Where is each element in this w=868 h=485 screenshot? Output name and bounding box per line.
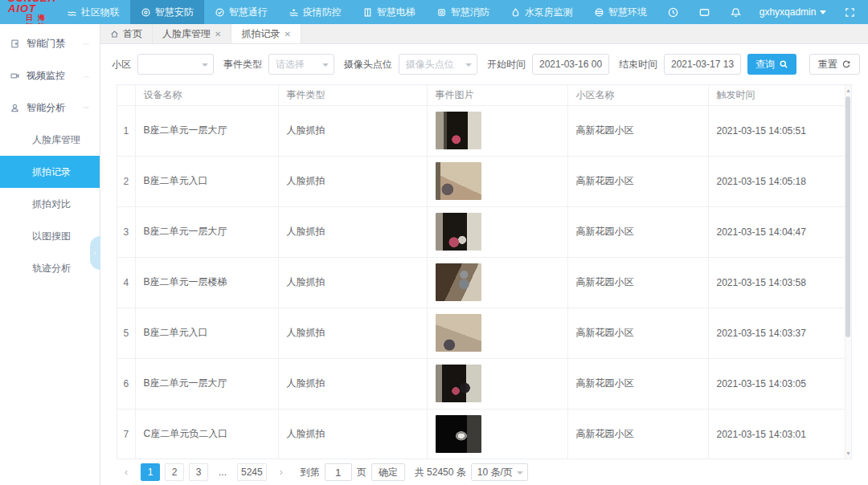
top-menu-item-environment[interactable]: 智慧环境: [583, 0, 657, 24]
top-menu-label: 智慧电梯: [377, 6, 416, 19]
event-snapshot-thumbnail[interactable]: [436, 365, 481, 402]
scrollbar-thumb[interactable]: [845, 96, 850, 337]
event-snapshot-thumbnail[interactable]: [436, 263, 481, 301]
search-button[interactable]: 查询: [747, 54, 796, 75]
table-row[interactable]: 2 B座二单元入口 人脸抓拍 高新花园小区 2021-03-15 14:05:1…: [117, 156, 851, 206]
device-name: B座二单元一层大厅: [135, 105, 278, 156]
next-page-button[interactable]: ›: [272, 463, 291, 481]
row-index: 1: [117, 105, 135, 156]
username: gxhyxqadmin: [760, 6, 817, 18]
sidebar-group-door-access[interactable]: 智能门禁 ︿: [0, 27, 100, 59]
page-size-select[interactable]: 10 条/页: [471, 463, 528, 481]
tab-capture-records[interactable]: 抓拍记录 ✕: [231, 24, 301, 43]
pagination-bar: ‹ 1 2 3 ... 5245 › 到第 页 确定 共 52450 条 10 …: [100, 459, 868, 485]
top-menu-item-pump[interactable]: 水泵房监测: [500, 0, 583, 24]
start-time-label: 开始时间: [487, 58, 526, 71]
fullscreen-icon[interactable]: [834, 6, 866, 18]
event-snapshot-thumbnail[interactable]: [436, 112, 481, 149]
table-row[interactable]: 6 B座二单元一层大厅 人脸抓拍 高新花园小区 2021-03-15 14:03…: [117, 358, 851, 409]
bell-icon[interactable]: [720, 6, 751, 18]
event-snapshot-thumbnail[interactable]: [436, 314, 481, 352]
event-type-placeholder: 请选择: [276, 58, 305, 71]
top-menu-item-fire[interactable]: 智慧消防: [426, 0, 500, 24]
page-button-2[interactable]: 2: [165, 463, 184, 481]
scroll-up-arrow[interactable]: ▲: [845, 88, 850, 93]
table-scrollbar[interactable]: ▲ ▼: [845, 85, 851, 459]
reset-button[interactable]: 重置: [809, 54, 860, 75]
message-icon[interactable]: [689, 6, 720, 18]
sidebar-group-video-surveillance[interactable]: 视频监控 ︿: [0, 59, 100, 92]
table-row[interactable]: 1 B座二单元一层大厅 人脸抓拍 高新花园小区 2021-03-15 14:05…: [117, 105, 851, 156]
top-menu-item-epidemic[interactable]: 疫情防控: [278, 0, 352, 24]
community-name: 高新花园小区: [567, 156, 708, 206]
jump-to-label: 到第: [301, 466, 320, 479]
sidebar-item-capture-compare[interactable]: 抓拍对比: [0, 188, 100, 220]
community-name: 高新花园小区: [567, 308, 708, 358]
device-name: B座二单元一层楼梯: [135, 257, 278, 308]
event-type: 人脸抓拍: [278, 105, 427, 156]
sidebar-collapse-handle[interactable]: ‹: [90, 236, 100, 270]
row-index: 2: [117, 156, 135, 206]
epidemic-icon: [289, 7, 299, 18]
row-index: 5: [117, 308, 135, 358]
event-type: 人脸抓拍: [278, 308, 427, 358]
page-button-3[interactable]: 3: [189, 463, 208, 481]
topbar: SUNSEA AIOT 日海智能 社区物联 智慧安防 智慧通行 疫情防控 智慧电…: [0, 0, 868, 24]
jump-page-input[interactable]: [325, 463, 352, 481]
top-menu-item-community[interactable]: 社区物联: [56, 0, 130, 24]
capture-records-panel: 小区 事件类型 请选择 摄像头点位 摄像头点位 开始时间 结束时间: [100, 44, 868, 485]
sidebar-item-trajectory-analysis[interactable]: 轨迹分析: [0, 252, 100, 284]
table-row[interactable]: 4 B座二单元一层楼梯 人脸抓拍 高新花园小区 2021-03-15 14:03…: [117, 257, 851, 308]
page-button-last[interactable]: 5245: [237, 463, 267, 481]
tab-label: 人脸库管理: [162, 27, 211, 41]
device-name: B座二单元入口: [135, 308, 278, 358]
top-menu-label: 疫情防控: [303, 6, 342, 19]
table-row[interactable]: 7 C座二单元负二入口 人脸抓拍 高新花园小区 2021-03-15 14:03…: [117, 409, 851, 459]
sidebar-item-face-library[interactable]: 人脸库管理: [0, 124, 100, 156]
col-header-type: 事件类型: [278, 85, 427, 105]
scroll-down-arrow[interactable]: ▼: [845, 450, 850, 456]
row-index: 7: [117, 409, 135, 459]
sidebar-submenu: 人脸库管理 抓拍记录 抓拍对比 以图搜图 轨迹分析: [0, 124, 100, 284]
history-icon[interactable]: [657, 6, 689, 18]
page-button-1[interactable]: 1: [141, 463, 160, 481]
table-row[interactable]: 3 B座二单元一层大厅 人脸抓拍 高新花园小区 2021-03-15 14:04…: [117, 206, 851, 257]
reset-icon: [841, 59, 851, 69]
sidebar-item-image-search[interactable]: 以图搜图: [0, 220, 100, 252]
door-lock-icon: [10, 39, 20, 49]
table-row[interactable]: 5 B座二单元入口 人脸抓拍 高新花园小区 2021-03-15 14:03:3…: [117, 308, 851, 358]
top-menu-item-access[interactable]: 智慧通行: [204, 0, 278, 24]
prev-page-button[interactable]: ‹: [117, 463, 136, 481]
sidebar-item-capture-records[interactable]: 抓拍记录: [0, 156, 100, 188]
camera-select[interactable]: 摄像头点位: [399, 54, 477, 75]
event-snapshot-thumbnail[interactable]: [436, 213, 481, 251]
community-name: 高新花园小区: [567, 257, 708, 308]
top-menu-label: 智慧消防: [451, 6, 489, 19]
search-icon: [779, 59, 788, 69]
end-time-label: 结束时间: [619, 58, 657, 71]
chevron-down-icon: [820, 10, 826, 14]
trigger-time: 2021-03-15 14:03:58: [708, 257, 851, 308]
user-menu[interactable]: gxhyxqadmin: [751, 6, 835, 18]
close-icon[interactable]: ✕: [215, 30, 221, 39]
jump-confirm-button[interactable]: 确定: [371, 463, 405, 481]
event-type: 人脸抓拍: [278, 156, 427, 206]
top-menu-item-elevator[interactable]: 智慧电梯: [352, 0, 426, 24]
tab-label: 首页: [123, 27, 142, 41]
tab-face-library[interactable]: 人脸库管理 ✕: [153, 24, 231, 43]
start-time-input[interactable]: [532, 54, 609, 75]
tab-home[interactable]: 首页: [100, 24, 153, 43]
trigger-time: 2021-03-15 14:03:37: [708, 308, 851, 358]
top-menu-item-security[interactable]: 智慧安防: [130, 0, 204, 24]
environment-icon: [594, 7, 604, 18]
event-snapshot-thumbnail[interactable]: [436, 162, 481, 200]
community-select[interactable]: [137, 54, 214, 75]
event-type-select[interactable]: 请选择: [268, 54, 334, 75]
sidebar-group-intelligent-analysis[interactable]: 智能分析 ﹀: [0, 92, 100, 124]
close-icon[interactable]: ✕: [284, 30, 290, 39]
end-time-input[interactable]: [664, 54, 741, 75]
device-name: B座二单元一层大厅: [135, 206, 278, 257]
community-name: 高新花园小区: [567, 409, 708, 459]
app-logo: SUNSEA AIOT 日海智能: [0, 0, 56, 24]
event-snapshot-thumbnail[interactable]: [436, 415, 481, 453]
